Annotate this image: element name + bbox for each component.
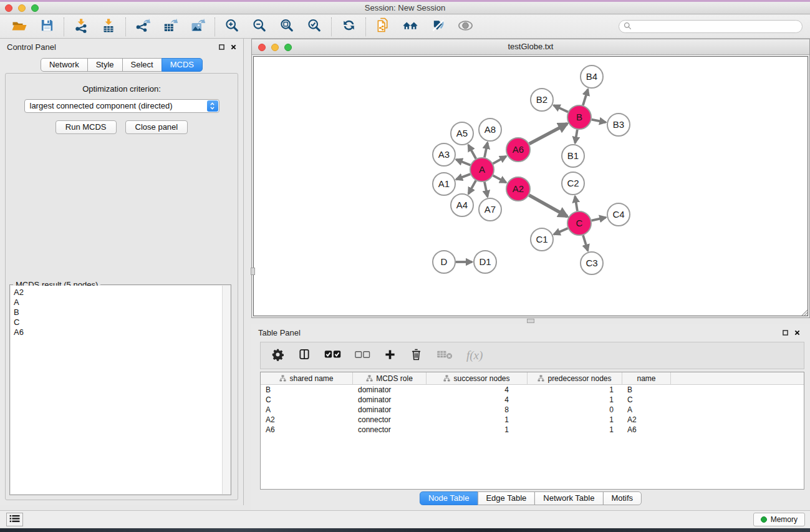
edge-B-B2[interactable] <box>554 105 568 112</box>
node-B4[interactable]: B4 <box>581 65 603 88</box>
import-table-button[interactable] <box>100 18 117 36</box>
network-canvas[interactable]: B4B2BB3A5A8A6B1A3AA1C2A2A4A7C4CC1C3DD1 <box>253 56 808 316</box>
close-panel-button[interactable]: Close panel <box>125 120 188 134</box>
new-network-from-selection-button[interactable] <box>374 18 392 36</box>
minimize-window-button[interactable] <box>18 4 26 12</box>
node-B[interactable]: B <box>567 105 591 129</box>
export-table-button[interactable] <box>162 18 179 36</box>
maximize-window-button[interactable] <box>31 4 39 12</box>
search-input[interactable] <box>634 21 802 32</box>
column-header-predecessor-nodes[interactable]: predecessor nodes <box>528 372 622 384</box>
column-header-successor-nodes[interactable]: successor nodes <box>427 372 528 384</box>
hide-labels-button[interactable] <box>429 18 446 36</box>
edge-A-A8[interactable] <box>485 143 488 158</box>
mcds-result-item[interactable]: A6 <box>14 327 230 337</box>
edge-A-A3[interactable] <box>456 160 471 165</box>
table-row[interactable]: A2connector11A2 <box>261 415 804 425</box>
edge-B-B4[interactable] <box>583 89 588 105</box>
table-row[interactable]: Bdominator41B <box>261 385 804 395</box>
node-A2[interactable]: A2 <box>506 177 530 201</box>
table-settings-button[interactable] <box>271 348 284 364</box>
import-network-button[interactable] <box>72 18 90 36</box>
mcds-result-list[interactable]: A2ABCA6 <box>11 286 230 494</box>
delete-rows-button[interactable] <box>410 348 423 364</box>
node-A1[interactable]: A1 <box>433 173 455 195</box>
zoom-selected-button[interactable] <box>306 18 323 36</box>
vertical-splitter-handle[interactable] <box>251 268 255 275</box>
tab-node-table[interactable]: Node Table <box>420 491 478 505</box>
edge-A6-B[interactable] <box>529 123 567 143</box>
node-C3[interactable]: C3 <box>581 252 603 274</box>
close-window-button[interactable] <box>5 4 12 12</box>
tab-edge-table[interactable]: Edge Table <box>477 491 535 505</box>
export-network-button[interactable] <box>134 18 152 36</box>
criterion-dropdown[interactable]: largest connected component (directed) <box>24 99 219 113</box>
node-C2[interactable]: C2 <box>562 172 584 195</box>
edge-A2-C[interactable] <box>529 195 567 216</box>
tab-select[interactable]: Select <box>122 58 162 72</box>
node-A3[interactable]: A3 <box>433 143 455 166</box>
mcds-result-item[interactable]: A2 <box>14 288 230 297</box>
close-panel-icon[interactable] <box>231 42 236 52</box>
edge-A-A2[interactable] <box>493 175 506 182</box>
table-row[interactable]: Adominator80A <box>261 405 804 415</box>
node-C4[interactable]: C4 <box>607 203 630 226</box>
tab-network[interactable]: Network <box>41 58 88 72</box>
float-table-panel-icon[interactable] <box>783 328 788 337</box>
edge-B-B3[interactable] <box>592 120 606 122</box>
zoom-out-button[interactable] <box>251 18 268 36</box>
node-B2[interactable]: B2 <box>531 89 553 111</box>
show-graphics-details-button[interactable] <box>456 18 474 36</box>
save-session-button[interactable] <box>38 18 55 36</box>
result-list-scrollbar[interactable] <box>222 286 230 494</box>
node-A6[interactable]: A6 <box>506 138 530 162</box>
open-session-button[interactable] <box>11 18 28 36</box>
float-panel-icon[interactable] <box>219 42 224 52</box>
network-maximize-button[interactable] <box>284 44 292 51</box>
column-header-name[interactable]: name <box>622 372 671 384</box>
node-A4[interactable]: A4 <box>451 194 473 216</box>
edge-A-A7[interactable] <box>485 182 488 197</box>
task-history-button[interactable] <box>6 513 23 526</box>
node-A8[interactable]: A8 <box>479 118 501 141</box>
edge-A-A5[interactable] <box>468 145 476 158</box>
select-all-rows-button[interactable] <box>324 350 341 361</box>
node-A[interactable]: A <box>470 158 494 181</box>
zoom-in-button[interactable] <box>223 18 241 36</box>
tab-mcds[interactable]: MCDS <box>162 58 203 72</box>
edge-C-C1[interactable] <box>554 228 567 235</box>
memory-button[interactable]: Memory <box>753 513 805 526</box>
horizontal-splitter-handle[interactable] <box>527 319 534 323</box>
home-view-button[interactable] <box>402 18 419 36</box>
tab-style[interactable]: Style <box>87 58 123 72</box>
network-close-button[interactable] <box>258 44 266 51</box>
edge-A-A1[interactable] <box>456 174 471 180</box>
column-header-shared-name[interactable]: shared name <box>261 372 353 384</box>
edge-A-A4[interactable] <box>468 180 476 193</box>
node-D1[interactable]: D1 <box>474 251 496 273</box>
node-A7[interactable]: A7 <box>479 198 501 221</box>
export-image-button[interactable] <box>189 18 206 36</box>
tab-network-table[interactable]: Network Table <box>534 491 603 505</box>
show-columns-button[interactable] <box>298 348 311 363</box>
node-B1[interactable]: B1 <box>562 145 584 167</box>
node-D[interactable]: D <box>433 251 455 273</box>
column-header-MCDS-role[interactable]: MCDS role <box>353 372 427 384</box>
zoom-fit-button[interactable] <box>278 18 296 36</box>
add-row-button[interactable] <box>384 349 396 363</box>
close-table-panel-icon[interactable] <box>794 328 800 337</box>
edge-C-C4[interactable] <box>592 218 606 221</box>
refresh-view-button[interactable] <box>340 18 357 36</box>
table-row[interactable]: A6connector11A6 <box>261 425 804 435</box>
edge-B-B1[interactable] <box>575 130 577 143</box>
edge-C-C3[interactable] <box>583 235 588 251</box>
network-minimize-button[interactable] <box>271 44 279 51</box>
node-A5[interactable]: A5 <box>451 122 473 145</box>
edge-A-A6[interactable] <box>493 157 506 164</box>
resize-grip-icon[interactable] <box>799 307 808 316</box>
mcds-result-item[interactable]: C <box>14 317 230 327</box>
mcds-result-item[interactable]: A <box>14 297 230 307</box>
run-mcds-button[interactable]: Run MCDS <box>55 120 117 134</box>
node-C[interactable]: C <box>567 211 591 235</box>
search-field[interactable] <box>619 20 803 33</box>
